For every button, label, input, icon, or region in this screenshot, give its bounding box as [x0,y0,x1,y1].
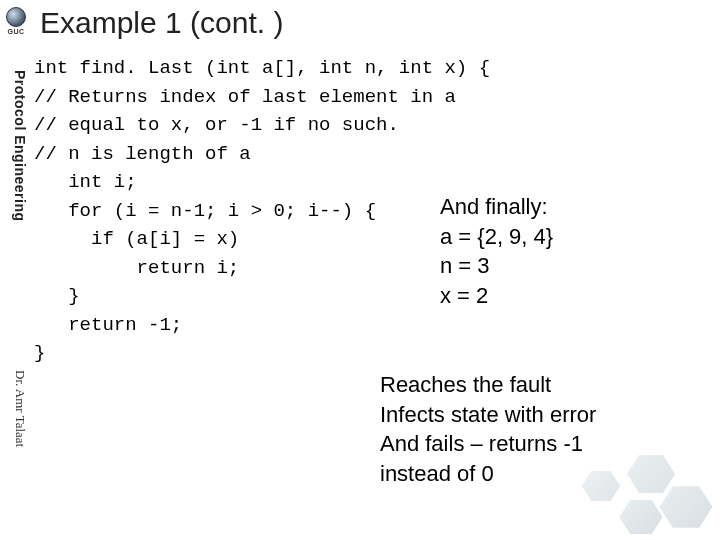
hex-icon [627,453,675,495]
hex-icon [660,484,713,530]
annotation-result: Reaches the fault Infects state with err… [380,370,596,489]
course-label: Protocol Engineering [10,70,28,290]
globe-icon [6,7,26,27]
guc-logo-text: GUC [7,28,24,35]
author-label: Dr. Amr Talaat [10,370,28,520]
annotation-setup: And finally: a = {2, 9, 4} n = 3 x = 2 [440,192,553,311]
code-block: int find. Last (int a[], int n, int x) {… [34,54,490,368]
hex-icon [619,498,662,536]
slide: GUC Protocol Engineering Dr. Amr Talaat … [0,0,720,540]
guc-logo: GUC [4,2,28,40]
left-sidebar: GUC Protocol Engineering Dr. Amr Talaat [0,0,30,540]
slide-title: Example 1 (cont. ) [40,6,283,40]
